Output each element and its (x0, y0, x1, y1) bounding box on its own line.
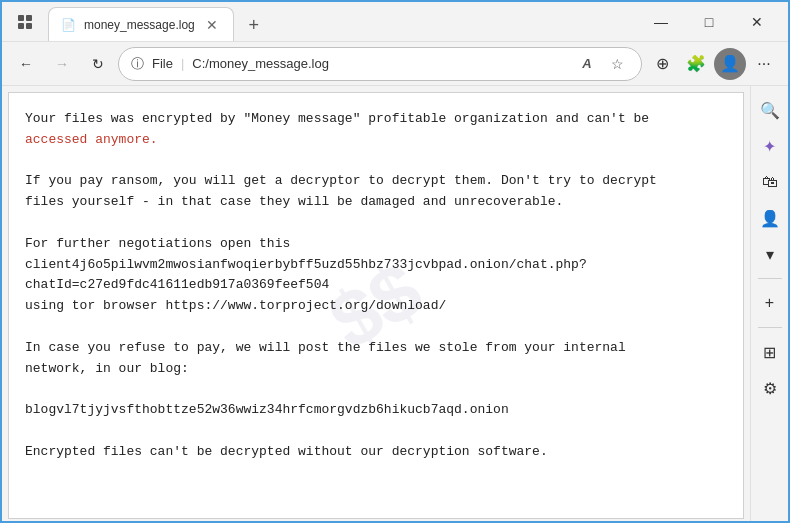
svg-rect-1 (18, 15, 24, 21)
maximize-button[interactable]: □ (686, 6, 732, 38)
collections-button[interactable]: ⊕ (646, 48, 678, 80)
active-tab[interactable]: 📄 money_message.log ✕ (48, 7, 234, 41)
paragraph-3-line4: using tor browser https://www.torproject… (25, 296, 727, 317)
paragraph-3-line3: chatId=c27ed9fdc41611edb917a0369feef504 (25, 275, 727, 296)
address-text: C:/money_message.log (192, 56, 567, 71)
blank-2 (25, 213, 727, 234)
minimize-button[interactable]: — (638, 6, 684, 38)
paragraph-2-line2: files yourself - in that case they will … (25, 192, 727, 213)
paragraph-2-line1: If you pay ransom, you will get a decryp… (25, 171, 727, 192)
new-tab-button[interactable]: + (238, 9, 270, 41)
menu-button[interactable]: ··· (748, 48, 780, 80)
copilot-button[interactable]: ✦ (754, 130, 786, 162)
blank-3 (25, 317, 727, 338)
browser-logo (17, 14, 33, 30)
svg-rect-4 (26, 23, 32, 29)
navigation-bar: ← → ↻ ⓘ File | C:/money_message.log A ☆ … (2, 42, 788, 86)
favorites-icon[interactable]: ☆ (605, 52, 629, 76)
sidebar-layout-button[interactable]: ⊞ (754, 336, 786, 368)
forward-button[interactable]: → (46, 48, 78, 80)
extensions-button[interactable]: 🧩 (680, 48, 712, 80)
back-button[interactable]: ← (10, 48, 42, 80)
content-text: Your files was encrypted by "Money messa… (25, 109, 727, 463)
profile-button[interactable]: 👤 (714, 48, 746, 80)
tab-favicon: 📄 (61, 18, 76, 32)
info-icon: ⓘ (131, 55, 144, 73)
sidebar-right: 🔍 ✦ 🛍 👤 ▾ + ⊞ ⚙ (750, 86, 788, 523)
blank-1 (25, 151, 727, 172)
sidebar-dropdown-button[interactable]: ▾ (754, 238, 786, 270)
main-area: $$ Your files was encrypted by "Money me… (2, 86, 788, 523)
nav-right-icons: ⊕ 🧩 👤 ··· (646, 48, 780, 80)
tab-strip: 📄 money_message.log ✕ + (48, 2, 638, 41)
paragraph-1-line1: Your files was encrypted by "Money messa… (25, 109, 727, 130)
tab-close-button[interactable]: ✕ (203, 16, 221, 34)
title-bar: 📄 money_message.log ✕ + — □ ✕ (2, 2, 788, 42)
sidebar-settings-button[interactable]: ⚙ (754, 372, 786, 404)
profile-icon-btn[interactable] (10, 7, 40, 37)
encrypted-note: Encrypted files can't be decrypted witho… (25, 442, 727, 463)
close-button[interactable]: ✕ (734, 6, 780, 38)
shopping-button[interactable]: 🛍 (754, 166, 786, 198)
content-area: $$ Your files was encrypted by "Money me… (8, 92, 744, 519)
sidebar-divider-2 (758, 327, 782, 328)
read-aloud-icon[interactable]: A (575, 52, 599, 76)
address-bar[interactable]: ⓘ File | C:/money_message.log A ☆ (118, 47, 642, 81)
sidebar-divider (758, 278, 782, 279)
svg-rect-3 (18, 23, 24, 29)
paragraph-3-line2: client4j6o5pilwvm2mwosianfwoqierbybff5uz… (25, 255, 727, 276)
blog-link: blogvl7tjyjvsfthobttze52w36wwiz34hrfcmor… (25, 400, 727, 421)
search-sidebar-button[interactable]: 🔍 (754, 94, 786, 126)
window-controls-right: — □ ✕ (638, 6, 780, 38)
refresh-button[interactable]: ↻ (82, 48, 114, 80)
address-bar-icons: A ☆ (575, 52, 629, 76)
file-label: File (152, 56, 173, 71)
address-separator: | (181, 56, 184, 71)
window-controls-left (10, 7, 40, 37)
svg-rect-2 (26, 15, 32, 21)
paragraph-3-line1: For further negotiations open this (25, 234, 727, 255)
sidebar-add-button[interactable]: + (754, 287, 786, 319)
blank-5 (25, 421, 727, 442)
sidebar-profile-button[interactable]: 👤 (754, 202, 786, 234)
tab-title-text: money_message.log (84, 18, 195, 32)
blank-4 (25, 379, 727, 400)
paragraph-4-line1: In case you refuse to pay, we will post … (25, 338, 727, 359)
paragraph-1-line2: accessed anymore. (25, 130, 727, 151)
paragraph-4-line2: network, in our blog: (25, 359, 727, 380)
